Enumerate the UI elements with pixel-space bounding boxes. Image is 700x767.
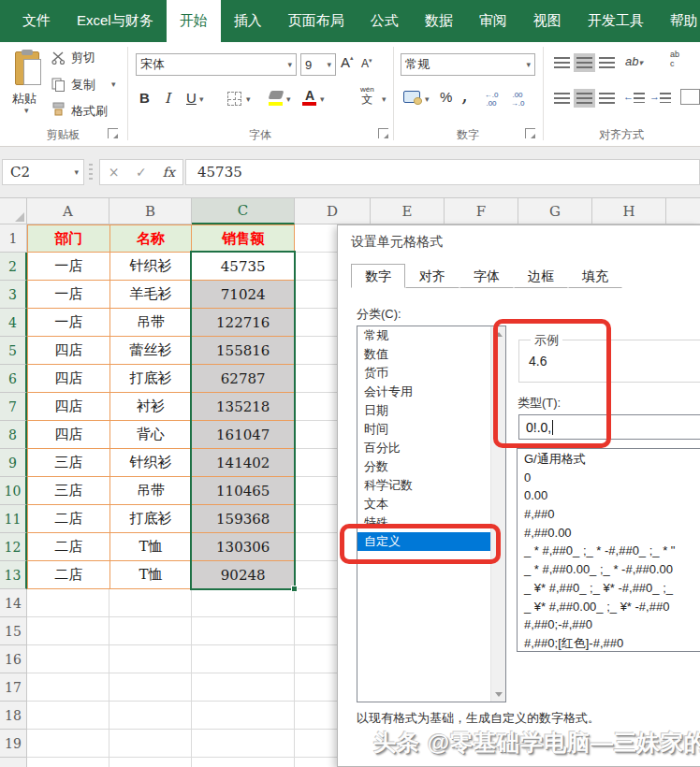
column-header[interactable]: F [445, 198, 518, 224]
align-right-button[interactable] [596, 89, 618, 108]
underline-dropdown-icon[interactable]: ▾ [199, 94, 204, 104]
category-item[interactable]: 日期 [357, 401, 505, 420]
format-code-item[interactable]: _ ¥* #,##0.00_ ;_ ¥* -#,##0 [524, 598, 700, 616]
cut-icon[interactable] [51, 51, 66, 65]
number-dialog-launcher-icon[interactable] [525, 128, 535, 138]
row-header[interactable]: 13 [0, 561, 27, 589]
clipboard-dialog-launcher-icon[interactable] [108, 128, 118, 138]
merge-center-icon[interactable] [680, 89, 700, 105]
currency-format-icon[interactable] [403, 91, 420, 103]
dialog-tab[interactable]: 数字 [351, 264, 405, 288]
insert-function-button[interactable]: fx [155, 165, 182, 180]
format-code-item[interactable]: G/通用格式 [524, 450, 700, 469]
cell-store[interactable]: 四店 [28, 337, 110, 365]
category-scrollbar[interactable] [490, 326, 505, 702]
cell-item[interactable]: 打底衫 [110, 505, 193, 533]
category-item[interactable]: 数值 [357, 345, 505, 364]
cell-item[interactable]: T恤 [110, 533, 193, 561]
category-item[interactable]: 货币 [357, 364, 505, 383]
borders-icon[interactable] [227, 92, 241, 106]
fill-color-dropdown-icon[interactable]: ▾ [286, 94, 291, 104]
cell-store[interactable]: 三店 [28, 449, 110, 477]
category-item[interactable]: 科学记数 [357, 476, 505, 495]
cell-item[interactable]: 蕾丝衫 [110, 337, 193, 365]
ribbon-tab[interactable]: 插入 [221, 0, 275, 42]
format-painter-icon[interactable] [51, 102, 66, 117]
cell-item[interactable]: 羊毛衫 [110, 281, 193, 309]
row-header[interactable]: 12 [0, 533, 27, 561]
font-name-dropdown-icon[interactable]: ▾ [287, 60, 292, 69]
column-header[interactable]: C [192, 198, 295, 224]
cell-sales[interactable]: 155816 [192, 337, 295, 365]
cell-item[interactable]: 衬衫 [110, 393, 193, 421]
column-header[interactable]: G [518, 198, 592, 224]
scroll-down-icon[interactable] [491, 687, 506, 702]
name-box-dropdown-icon[interactable]: ▾ [74, 167, 79, 177]
category-item[interactable]: 自定义 [357, 532, 505, 551]
row-header[interactable]: 5 [0, 337, 27, 365]
italic-button[interactable]: I [165, 90, 170, 107]
category-item[interactable]: 文本 [357, 495, 505, 514]
ribbon-tab[interactable]: 文件 [9, 0, 64, 42]
cell-store[interactable]: 四店 [28, 421, 110, 449]
column-header[interactable]: D [295, 198, 371, 224]
ribbon-tab[interactable]: 审阅 [466, 0, 520, 42]
column-header[interactable]: H [592, 198, 666, 224]
cell-sales[interactable]: 62787 [192, 365, 295, 393]
cell-store[interactable]: 一店 [28, 309, 110, 337]
cell-store[interactable]: 一店 [28, 253, 110, 281]
cell-sales[interactable]: 135218 [192, 393, 295, 421]
cell-item[interactable]: T恤 [110, 561, 193, 589]
formula-input[interactable]: 45735 [185, 159, 700, 185]
name-box[interactable]: C2 ▾ [2, 159, 84, 185]
category-item[interactable]: 百分比 [357, 439, 505, 457]
top-align-button[interactable] [551, 53, 573, 72]
cell-item[interactable]: 针织衫 [110, 253, 193, 281]
table-header-cell[interactable]: 名称 [110, 225, 193, 253]
cell-store[interactable]: 一店 [28, 281, 110, 309]
category-item[interactable]: 常规 [357, 326, 505, 345]
comma-style-button[interactable]: , [461, 83, 468, 107]
format-code-item[interactable]: #,##0 [524, 505, 700, 524]
row-header[interactable]: 18 [0, 702, 26, 730]
bold-button[interactable]: B [139, 90, 150, 106]
ribbon-tab[interactable]: 视图 [520, 0, 575, 42]
font-color-dropdown-icon[interactable]: ▾ [320, 94, 325, 104]
increase-decimal-icon[interactable]: ←.0 .00 [479, 91, 503, 108]
phonetic-dropdown-icon[interactable]: ▾ [382, 94, 386, 104]
row-header[interactable]: 8 [0, 421, 27, 449]
row-header[interactable]: 16 [0, 645, 26, 673]
dialog-tab[interactable]: 对齐 [405, 264, 459, 288]
ribbon-tab[interactable]: 帮助 [657, 0, 700, 42]
category-item[interactable]: 特殊 [357, 514, 505, 532]
format-code-item[interactable]: _ * #,##0.00_ ;_ * -#,##0.00 [524, 560, 700, 579]
format-code-item[interactable]: 0 [524, 469, 700, 487]
borders-dropdown-icon[interactable]: ▾ [246, 94, 251, 104]
font-name-combo[interactable]: 宋体 ▾ [136, 53, 297, 76]
row-header[interactable]: 4 [0, 309, 27, 337]
decrease-indent-button[interactable]: ← [623, 91, 645, 103]
formula-bar-splitter[interactable] [89, 164, 93, 181]
column-header[interactable]: B [109, 198, 192, 224]
paste-icon[interactable] [13, 50, 43, 87]
percent-style-button[interactable]: % [440, 89, 452, 105]
grow-font-button[interactable]: A▴ [341, 54, 354, 70]
dialog-tab[interactable]: 字体 [459, 264, 514, 288]
underline-button[interactable]: U [186, 90, 197, 106]
cell-sales[interactable]: 110465 [192, 477, 295, 505]
row-header[interactable]: 17 [0, 673, 26, 702]
ribbon-tab[interactable]: 页面布局 [275, 0, 357, 42]
ribbon-tab[interactable]: Excel与财务 [64, 0, 167, 42]
cell-store[interactable]: 二店 [28, 561, 110, 589]
cell-item[interactable]: 吊带 [110, 477, 193, 505]
row-header[interactable]: 10 [0, 477, 27, 505]
fill-color-icon[interactable] [269, 91, 284, 99]
number-format-combo[interactable]: 常规 ▾ [401, 53, 535, 76]
font-dialog-launcher-icon[interactable] [378, 128, 388, 138]
decrease-decimal-icon[interactable]: .00 →.0 [505, 91, 530, 108]
copy-icon[interactable] [51, 78, 66, 92]
cell-sales[interactable]: 122716 [192, 309, 295, 337]
copy-dropdown-icon[interactable]: ▾ [111, 80, 116, 89]
row-header[interactable]: 2 [0, 253, 27, 281]
row-header[interactable]: 9 [0, 449, 27, 477]
